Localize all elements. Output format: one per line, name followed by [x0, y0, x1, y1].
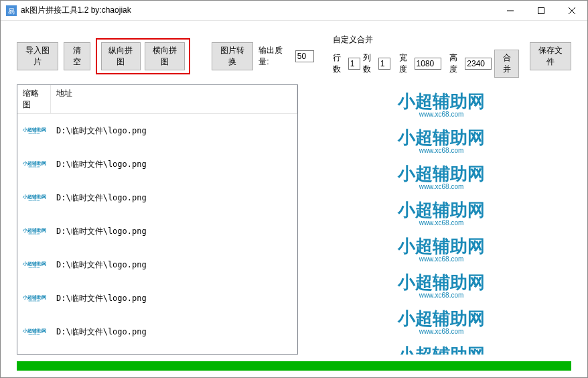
thumbnail-icon: 小超辅助网 www.xc68.com: [19, 283, 50, 314]
svg-text:小超辅助网: 小超辅助网: [397, 164, 485, 184]
svg-text:小超辅助网: 小超辅助网: [22, 328, 46, 334]
svg-text:www.xc68.com: www.xc68.com: [29, 333, 40, 336]
thumb-cell: 小超辅助网 www.xc68.com: [17, 147, 51, 181]
list-header: 缩略图 地址: [17, 85, 297, 114]
path-cell: D:\临时文件\logo.png: [51, 156, 297, 173]
path-cell: D:\临时文件\logo.png: [51, 324, 297, 340]
quality-label: 输出质量:: [259, 45, 290, 68]
height-label: 高度: [449, 52, 462, 75]
list-row[interactable]: 小超辅助网 www.xc68.com D:\临时文件\logo.png: [17, 114, 297, 147]
col-path[interactable]: 地址: [51, 85, 297, 113]
convert-button[interactable]: 图片转换: [212, 42, 253, 70]
svg-text:小超辅助网: 小超辅助网: [397, 344, 485, 355]
cols-input[interactable]: [378, 58, 390, 70]
window-controls: [495, 1, 587, 21]
window-title: ak图片拼接工具1.2 by:chaojiak: [21, 5, 495, 16]
preview-item: 小超辅助网 www.xc68.com: [381, 232, 502, 265]
path-cell: D:\临时文件\logo.png: [51, 190, 297, 206]
horizontal-stitch-button[interactable]: 横向拼图: [145, 42, 185, 70]
svg-text:www.xc68.com: www.xc68.com: [29, 199, 40, 202]
content-area: 缩略图 地址 小超辅助网 www.xc68.com D:\临时文件\logo.p…: [1, 84, 587, 361]
thumbnail-icon: 小超辅助网 www.xc68.com: [19, 149, 50, 180]
list-row[interactable]: 小超辅助网 www.xc68.com D:\临时文件\logo.png: [17, 349, 297, 354]
quality-input[interactable]: [295, 50, 314, 62]
custom-merge-group: 自定义合并 行数 列数 宽度 高度 合并: [333, 34, 519, 78]
clear-button[interactable]: 清空: [64, 42, 90, 70]
thumb-cell: 小超辅助网 www.xc68.com: [17, 114, 51, 147]
svg-text:小超辅助网: 小超辅助网: [22, 127, 46, 133]
path-cell: D:\临时文件\logo.png: [51, 257, 297, 273]
list-row[interactable]: 小超辅助网 www.xc68.com D:\临时文件\logo.png: [17, 181, 297, 214]
thumbnail-icon: 小超辅助网 www.xc68.com: [19, 316, 50, 347]
thumb-cell: 小超辅助网 www.xc68.com: [17, 181, 51, 214]
width-input[interactable]: [415, 58, 441, 70]
svg-text:小超辅助网: 小超辅助网: [22, 194, 46, 200]
thumb-cell: 小超辅助网 www.xc68.com: [17, 315, 51, 349]
svg-text:www.xc68.com: www.xc68.com: [419, 111, 464, 118]
path-cell: D:\临时文件\logo.png: [51, 123, 297, 139]
path-cell: D:\临时文件\logo.png: [51, 290, 297, 307]
svg-text:www.xc68.com: www.xc68.com: [419, 255, 464, 263]
preview-item: 小超辅助网 www.xc68.com: [381, 123, 502, 157]
svg-text:小超辅助网: 小超辅助网: [22, 295, 46, 300]
rows-input[interactable]: [348, 58, 360, 70]
svg-text:小超辅助网: 小超辅助网: [22, 228, 46, 233]
svg-text:小超辅助网: 小超辅助网: [397, 200, 485, 220]
height-input[interactable]: [465, 58, 492, 70]
toolbar: 导入图片 清空 纵向拼图 横向拼图 图片转换 输出质量: 自定义合并 行数 列数…: [1, 21, 587, 84]
svg-text:www.xc68.com: www.xc68.com: [29, 300, 40, 302]
rows-label: 行数: [333, 52, 346, 75]
merge-button[interactable]: 合并: [494, 50, 519, 78]
app-window: 易 ak图片拼接工具1.2 by:chaojiak 导入图片 清空 纵向拼图 横…: [0, 0, 588, 378]
thumbnail-icon: 小超辅助网 www.xc68.com: [19, 182, 50, 213]
svg-text:www.xc68.com: www.xc68.com: [29, 166, 40, 168]
list-row[interactable]: 小超辅助网 www.xc68.com D:\临时文件\logo.png: [17, 281, 297, 315]
close-button[interactable]: [557, 1, 587, 21]
thumb-cell: 小超辅助网 www.xc68.com: [17, 349, 51, 354]
minimize-button[interactable]: [495, 1, 526, 21]
svg-text:小超辅助网: 小超辅助网: [397, 91, 485, 111]
titlebar: 易 ak图片拼接工具1.2 by:chaojiak: [1, 1, 587, 21]
thumbnail-icon: 小超辅助网 www.xc68.com: [19, 249, 50, 280]
svg-text:www.xc68.com: www.xc68.com: [419, 219, 464, 227]
preview-item: 小超辅助网 www.xc68.com: [381, 268, 502, 302]
svg-text:www.xc68.com: www.xc68.com: [419, 328, 464, 335]
preview-panel[interactable]: 小超辅助网 www.xc68.com 小超辅助网 www.xc68.com 小超…: [311, 84, 571, 355]
svg-text:小超辅助网: 小超辅助网: [397, 272, 485, 292]
save-button[interactable]: 保存文件: [530, 42, 571, 70]
thumbnail-icon: 小超辅助网 www.xc68.com: [19, 216, 50, 247]
svg-text:易: 易: [8, 7, 15, 15]
file-list: 缩略图 地址 小超辅助网 www.xc68.com D:\临时文件\logo.p…: [17, 84, 298, 355]
thumb-cell: 小超辅助网 www.xc68.com: [17, 248, 51, 281]
col-thumb[interactable]: 缩略图: [17, 85, 51, 113]
highlight-box: 纵向拼图 横向拼图: [96, 38, 191, 74]
list-row[interactable]: 小超辅助网 www.xc68.com D:\临时文件\logo.png: [17, 315, 297, 349]
preview-item: 小超辅助网 www.xc68.com: [381, 304, 502, 338]
list-body[interactable]: 小超辅助网 www.xc68.com D:\临时文件\logo.png 小超辅助…: [17, 114, 297, 354]
svg-text:www.xc68.com: www.xc68.com: [419, 292, 464, 299]
thumbnail-icon: 小超辅助网 www.xc68.com: [19, 350, 50, 354]
thumb-cell: 小超辅助网 www.xc68.com: [17, 281, 51, 315]
svg-text:小超辅助网: 小超辅助网: [397, 127, 485, 147]
list-row[interactable]: 小超辅助网 www.xc68.com D:\临时文件\logo.png: [17, 147, 297, 181]
status-bar: [17, 361, 571, 371]
list-row[interactable]: 小超辅助网 www.xc68.com D:\临时文件\logo.png: [17, 214, 297, 248]
app-icon: 易: [6, 5, 17, 16]
thumb-cell: 小超辅助网 www.xc68.com: [17, 214, 51, 248]
svg-text:小超辅助网: 小超辅助网: [397, 308, 485, 328]
preview-item: 小超辅助网 www.xc68.com: [381, 196, 502, 229]
list-row[interactable]: 小超辅助网 www.xc68.com D:\临时文件\logo.png: [17, 248, 297, 281]
path-cell: D:\临时文件\logo.png: [51, 223, 297, 240]
svg-text:小超辅助网: 小超辅助网: [22, 261, 46, 267]
preview-item: 小超辅助网 www.xc68.com: [381, 160, 502, 193]
cols-label: 列数: [363, 52, 376, 75]
maximize-button[interactable]: [526, 1, 557, 21]
import-button[interactable]: 导入图片: [17, 42, 58, 70]
svg-text:www.xc68.com: www.xc68.com: [29, 132, 40, 135]
svg-rect-3: [538, 7, 544, 13]
vertical-stitch-button[interactable]: 纵向拼图: [101, 42, 141, 70]
svg-text:www.xc68.com: www.xc68.com: [419, 147, 464, 154]
svg-text:小超辅助网: 小超辅助网: [22, 161, 46, 166]
svg-text:www.xc68.com: www.xc68.com: [419, 183, 464, 190]
thumbnail-icon: 小超辅助网 www.xc68.com: [19, 115, 50, 146]
